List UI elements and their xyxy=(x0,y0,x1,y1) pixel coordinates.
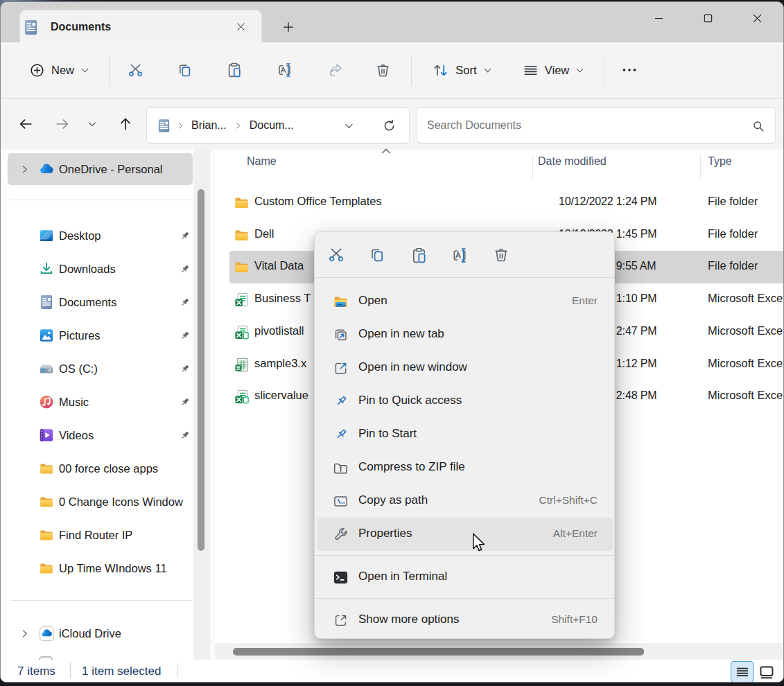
sidebar-item-os-c[interactable]: OS (C:) xyxy=(8,353,193,385)
paste-button[interactable] xyxy=(219,52,250,88)
delete-button[interactable] xyxy=(367,52,398,88)
sidebar-item-pictures[interactable]: Pictures xyxy=(8,319,193,351)
menu-item-label: Open xyxy=(358,294,387,308)
sidebar-item-onedrive[interactable]: OneDrive - Personal xyxy=(8,153,193,185)
sort-button[interactable]: Sort xyxy=(426,52,498,88)
paste-icon xyxy=(226,62,243,78)
search-box[interactable] xyxy=(417,107,776,143)
arrow-up-icon xyxy=(118,116,133,132)
menu-item-properties[interactable]: Properties Alt+Enter xyxy=(317,518,613,551)
recent-locations-button[interactable] xyxy=(79,109,105,139)
explorer-window: Documents New xyxy=(0,1,784,683)
file-type: Microsoft Excel Worksheet xyxy=(708,292,784,305)
sidebar-item-music[interactable]: Music xyxy=(8,386,193,418)
chevron-right-icon[interactable] xyxy=(19,164,31,175)
column-header-type[interactable]: Type xyxy=(708,155,732,168)
column-separator[interactable] xyxy=(532,155,533,179)
copy-button[interactable] xyxy=(169,52,200,88)
horizontal-scrollbar-thumb[interactable] xyxy=(233,648,644,656)
up-button[interactable] xyxy=(110,109,141,139)
minimize-button[interactable] xyxy=(643,6,674,30)
new-tab-button[interactable] xyxy=(277,17,299,37)
pin-icon xyxy=(333,427,349,443)
close-window-button[interactable] xyxy=(741,6,773,30)
menu-item-pin-start[interactable]: Pin to Start xyxy=(317,418,613,451)
tab-title: Documents xyxy=(51,19,111,34)
view-button[interactable]: View xyxy=(516,52,591,88)
menu-item-open[interactable]: Open Enter xyxy=(317,285,613,318)
address-bar-row: Brian... Docum... xyxy=(1,99,783,150)
tab-documents[interactable]: Documents xyxy=(19,10,262,42)
paste-button[interactable] xyxy=(403,240,434,270)
downloads-icon xyxy=(39,261,54,276)
file-name: Custom Office Templates xyxy=(254,195,382,208)
sidebar-item-folder[interactable]: 00 force close apps xyxy=(8,452,193,484)
copy-button[interactable] xyxy=(362,240,392,270)
large-icons-view-icon xyxy=(758,664,775,680)
pin-icon xyxy=(333,394,349,410)
file-name: Business T xyxy=(254,292,311,305)
delete-button[interactable] xyxy=(486,240,516,270)
folder-icon xyxy=(234,259,250,275)
sidebar-item-documents[interactable]: Documents xyxy=(8,286,193,318)
sidebar-item-folder[interactable]: 0 Change Icons Window xyxy=(8,486,193,518)
sidebar-item-desktop[interactable]: Desktop xyxy=(8,220,193,252)
menu-item-copy-as-path[interactable]: Copy as path Ctrl+Shift+C xyxy=(317,484,613,518)
refresh-icon[interactable] xyxy=(382,118,397,133)
folder-icon xyxy=(39,561,54,576)
menu-item-label: Open in new tab xyxy=(358,327,444,341)
menu-separator xyxy=(315,277,614,278)
chevron-right-icon xyxy=(176,121,185,130)
folder-icon xyxy=(39,494,54,509)
sidebar-item-label: Music xyxy=(59,396,89,409)
pane-divider[interactable] xyxy=(213,150,214,660)
document-icon xyxy=(40,294,53,310)
sidebar-item-videos[interactable]: Videos xyxy=(8,419,193,451)
menu-item-open-new-window[interactable]: Open in new window xyxy=(317,351,613,385)
new-button[interactable]: New xyxy=(19,52,101,88)
more-options-button[interactable] xyxy=(614,52,645,88)
file-name: pivotlistall xyxy=(254,324,304,337)
chevron-down-icon[interactable] xyxy=(343,120,355,132)
sidebar-item-label: iCloud Drive xyxy=(59,627,121,640)
column-header-name[interactable]: Name xyxy=(247,155,277,168)
column-header-date[interactable]: Date modified xyxy=(538,155,607,168)
tab-close-button[interactable] xyxy=(230,17,251,36)
menu-item-open-in-terminal[interactable]: Open in Terminal xyxy=(317,561,613,594)
file-row[interactable]: Custom Office Templates 10/12/2022 1:24 … xyxy=(229,186,784,219)
breadcrumb-folder[interactable]: Docum... xyxy=(250,119,294,132)
music-icon xyxy=(39,394,54,410)
context-menu-quick-actions xyxy=(315,232,614,277)
close-icon xyxy=(751,12,764,25)
details-view-toggle[interactable] xyxy=(731,661,753,683)
forward-button[interactable] xyxy=(47,109,78,139)
cut-button[interactable] xyxy=(120,52,150,88)
breadcrumb-user[interactable]: Brian... xyxy=(191,119,227,132)
menu-item-show-more-options[interactable]: Show more options Shift+F10 xyxy=(317,604,613,637)
rename-button[interactable] xyxy=(444,240,475,270)
address-bar[interactable]: Brian... Docum... xyxy=(146,107,410,143)
menu-item-open-new-tab[interactable]: Open in new tab xyxy=(317,318,613,351)
rename-button[interactable] xyxy=(270,52,300,88)
open-new-tab-icon xyxy=(333,327,349,343)
sidebar-item-folder[interactable]: Up Time WIndows 11 xyxy=(8,552,193,584)
sidebar-item-folder[interactable]: Find Router IP xyxy=(8,519,193,551)
chevron-down-icon xyxy=(80,65,90,76)
cut-icon xyxy=(328,247,345,263)
column-separator[interactable] xyxy=(700,155,701,179)
back-button[interactable] xyxy=(10,109,41,139)
menu-item-pin-quick-access[interactable]: Pin to Quick access xyxy=(317,385,613,418)
cut-button[interactable] xyxy=(321,240,351,270)
chevron-right-icon[interactable] xyxy=(19,628,31,640)
share-button[interactable] xyxy=(321,52,351,88)
maximize-button[interactable] xyxy=(692,6,724,30)
sidebar-scrollbar-thumb[interactable] xyxy=(198,189,204,551)
sidebar-item-icloud[interactable]: iCloud Drive xyxy=(8,617,193,649)
large-icons-view-toggle[interactable] xyxy=(755,661,778,683)
sidebar-item-downloads[interactable]: Downloads xyxy=(8,253,193,285)
file-type: Microsoft Excel Worksheet xyxy=(708,389,784,402)
search-input[interactable] xyxy=(427,108,746,143)
menu-item-compress-zip[interactable]: Compress to ZIP file xyxy=(317,451,613,484)
status-bar: 7 items 1 item selected xyxy=(1,660,783,683)
view-lines-icon xyxy=(523,62,539,78)
